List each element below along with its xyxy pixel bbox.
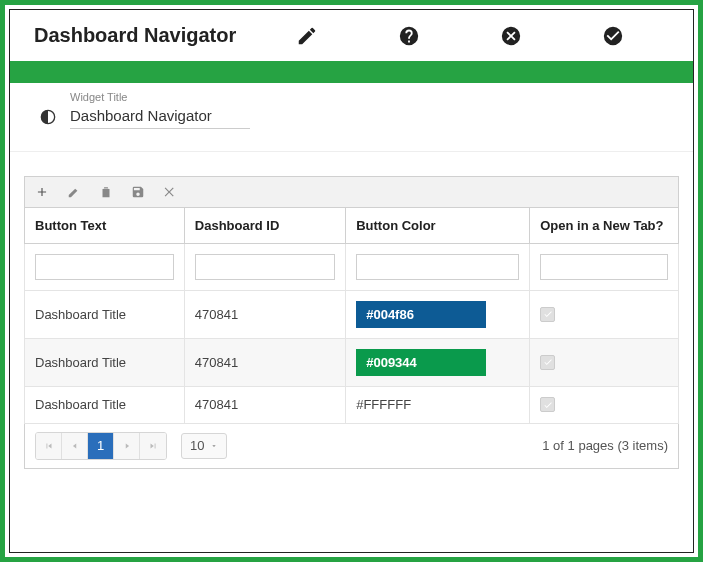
filter-button-text[interactable] (35, 254, 174, 280)
add-row-button[interactable] (35, 185, 49, 199)
checkbox-disabled (540, 397, 555, 412)
grid-toolbar (24, 176, 679, 207)
help-icon[interactable] (398, 25, 420, 47)
pager-page-current[interactable]: 1 (88, 433, 114, 459)
cell-button-color: #004f86 (346, 291, 530, 339)
color-chip: #009344 (356, 349, 486, 376)
config-area: Widget Title (10, 83, 693, 147)
pager-size-select[interactable]: 10 (181, 433, 227, 459)
cell-button-color: #009344 (346, 339, 530, 387)
edit-icon[interactable] (296, 25, 318, 47)
pager-size-value: 10 (190, 438, 204, 453)
edit-row-button[interactable] (67, 185, 81, 199)
col-button-color[interactable]: Button Color (346, 208, 530, 244)
chevron-down-icon (210, 442, 218, 450)
pager-first-button[interactable] (36, 433, 62, 459)
page-title: Dashboard Navigator (34, 24, 236, 47)
header-bar: Dashboard Navigator (10, 10, 693, 61)
data-grid: Button Text Dashboard ID Button Color Op… (24, 207, 679, 424)
col-open-new-tab[interactable]: Open in a New Tab? (530, 208, 679, 244)
cell-button-text: Dashboard Title (25, 387, 185, 424)
col-dashboard-id[interactable]: Dashboard ID (184, 208, 345, 244)
color-chip: #004f86 (356, 301, 486, 328)
pager-next-button[interactable] (114, 433, 140, 459)
cell-button-text: Dashboard Title (25, 291, 185, 339)
table-row[interactable]: Dashboard Title470841#FFFFFF (25, 387, 679, 424)
widget-title-label: Widget Title (70, 91, 250, 103)
pager-last-button[interactable] (140, 433, 166, 459)
filter-button-color[interactable] (356, 254, 519, 280)
checkbox-disabled (540, 355, 555, 370)
cell-button-text: Dashboard Title (25, 339, 185, 387)
cell-dashboard-id: 470841 (184, 387, 345, 424)
cell-dashboard-id: 470841 (184, 339, 345, 387)
checkbox-disabled (540, 307, 555, 322)
filter-dashboard-id[interactable] (195, 254, 335, 280)
cell-open-new-tab (530, 339, 679, 387)
cell-dashboard-id: 470841 (184, 291, 345, 339)
cancel-row-button[interactable] (163, 185, 177, 199)
filter-row (25, 244, 679, 291)
pager-info: 1 of 1 pages (3 items) (542, 438, 668, 453)
table-row[interactable]: Dashboard Title470841#004f86 (25, 291, 679, 339)
widget-title-input[interactable] (70, 105, 250, 129)
close-icon[interactable] (500, 25, 522, 47)
table-row[interactable]: Dashboard Title470841#009344 (25, 339, 679, 387)
cell-button-color: #FFFFFF (346, 387, 530, 424)
delete-row-button[interactable] (99, 185, 113, 199)
cell-open-new-tab (530, 291, 679, 339)
pager: 1 10 1 of 1 pages (3 items) (24, 424, 679, 469)
cell-open-new-tab (530, 387, 679, 424)
save-row-button[interactable] (131, 185, 145, 199)
contrast-icon[interactable] (40, 109, 56, 129)
pager-prev-button[interactable] (62, 433, 88, 459)
confirm-icon[interactable] (602, 25, 624, 47)
col-button-text[interactable]: Button Text (25, 208, 185, 244)
filter-open-new-tab[interactable] (540, 254, 668, 280)
accent-strip (10, 61, 693, 83)
